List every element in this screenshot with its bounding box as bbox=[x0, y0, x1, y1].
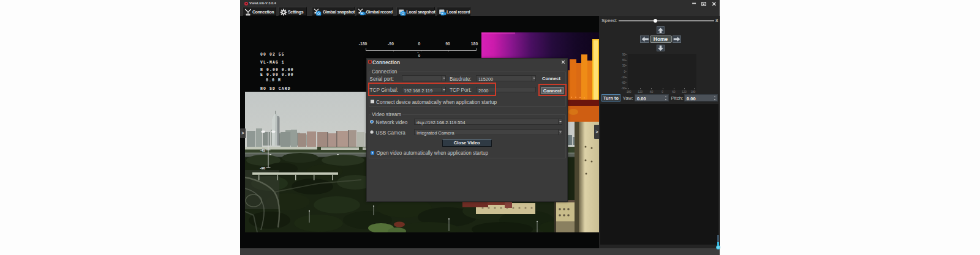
svg-text:-45: -45 bbox=[260, 149, 266, 152]
svg-text:-90: -90 bbox=[260, 166, 265, 170]
